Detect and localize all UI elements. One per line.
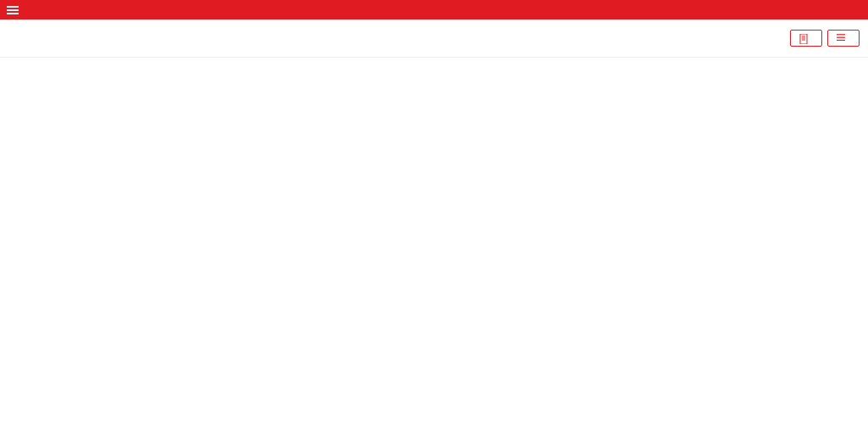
footer bbox=[0, 57, 868, 64]
file-icon bbox=[799, 34, 808, 42]
top-bar bbox=[0, 0, 868, 19]
svg-rect-0 bbox=[800, 34, 807, 44]
export-csv-button[interactable] bbox=[790, 30, 822, 47]
new-device-button[interactable] bbox=[827, 30, 860, 47]
menu-icon[interactable] bbox=[7, 6, 19, 14]
list-icon bbox=[837, 34, 845, 42]
action-bar bbox=[0, 19, 868, 50]
